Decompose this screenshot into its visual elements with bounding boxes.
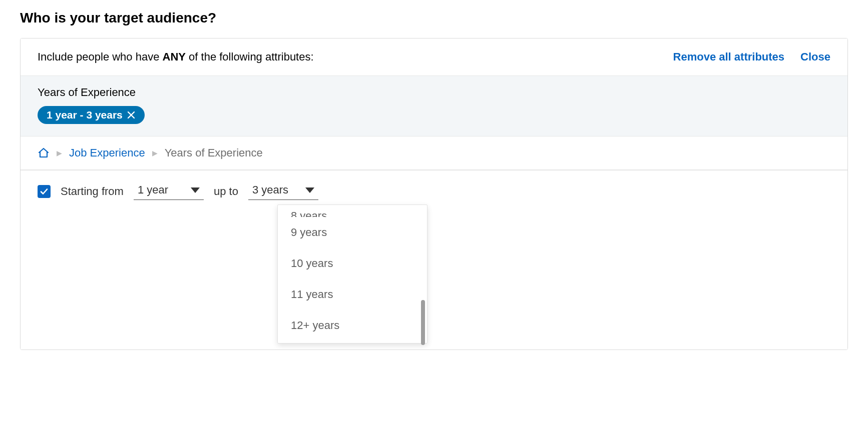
home-icon[interactable]	[38, 147, 50, 159]
include-emphasis: ANY	[163, 50, 186, 63]
targeting-panel: Include people who have ANY of the follo…	[20, 38, 848, 350]
to-dropdown[interactable]: 3 years	[248, 182, 318, 200]
remove-all-attributes-link[interactable]: Remove all attributes	[673, 50, 785, 64]
breadcrumb-job-experience[interactable]: Job Experience	[69, 146, 145, 160]
to-dropdown-menu: 8 years 9 years 10 years 11 years 12+ ye…	[277, 204, 427, 344]
range-selector-row: Starting from 1 year up to 3 years 8 yea…	[21, 170, 847, 350]
include-suffix: of the following attributes:	[186, 50, 314, 63]
chevron-down-icon	[191, 188, 200, 193]
pill-label: 1 year - 3 years	[47, 109, 123, 121]
page-heading: Who is your target audience?	[20, 10, 848, 26]
close-link[interactable]: Close	[800, 50, 830, 64]
from-value: 1 year	[138, 184, 168, 196]
include-description: Include people who have ANY of the follo…	[38, 50, 314, 64]
experience-range-pill[interactable]: 1 year - 3 years	[38, 106, 145, 124]
remove-pill-icon[interactable]	[127, 110, 136, 120]
dropdown-option[interactable]: 12+ years	[278, 310, 427, 341]
scrollbar-thumb[interactable]	[421, 300, 425, 345]
range-controls: Starting from 1 year up to 3 years	[38, 182, 318, 200]
dropdown-option[interactable]: 10 years	[278, 248, 427, 279]
header-actions: Remove all attributes Close	[673, 50, 830, 64]
dropdown-option[interactable]: 11 years	[278, 279, 427, 310]
up-to-label: up to	[214, 185, 238, 198]
attribute-group-title: Years of Experience	[38, 86, 830, 99]
include-prefix: Include people who have	[38, 50, 163, 63]
attribute-group: Years of Experience 1 year - 3 years	[21, 76, 847, 136]
breadcrumb-separator-icon: ▶	[57, 149, 62, 157]
breadcrumb: ▶ Job Experience ▶ Years of Experience	[21, 136, 847, 170]
dropdown-option-partial[interactable]: 8 years	[278, 207, 427, 217]
breadcrumb-current: Years of Experience	[165, 146, 263, 160]
breadcrumb-separator-icon: ▶	[152, 149, 158, 157]
to-value: 3 years	[252, 184, 288, 196]
panel-header: Include people who have ANY of the follo…	[21, 38, 847, 76]
from-dropdown[interactable]: 1 year	[134, 182, 204, 200]
starting-from-label: Starting from	[61, 185, 124, 198]
dropdown-option[interactable]: 9 years	[278, 217, 427, 248]
chevron-down-icon	[305, 188, 314, 193]
range-checkbox[interactable]	[38, 185, 51, 198]
